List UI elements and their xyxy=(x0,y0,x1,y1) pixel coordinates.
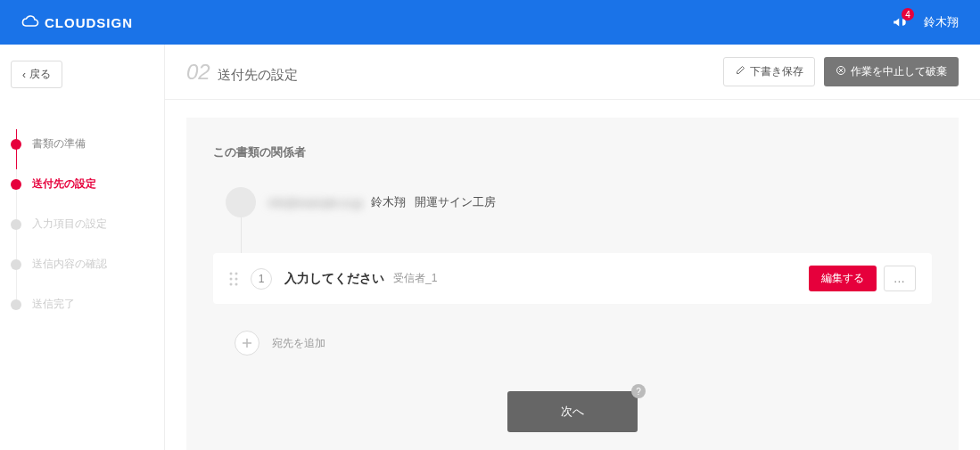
plus-icon[interactable] xyxy=(235,331,259,356)
recipient-actions: 編集する … xyxy=(809,266,916,291)
next-row: 次へ ? xyxy=(213,391,932,432)
content-body: この書類の関係者 info@example.co.jp 鈴木翔 開運サイン工房 … xyxy=(165,100,980,450)
step-2[interactable]: 送付先の設定 xyxy=(11,164,153,204)
header-actions: 下書き保存 作業を中止して破棄 xyxy=(723,57,959,86)
step-dot-icon xyxy=(11,179,21,190)
save-draft-label: 下書き保存 xyxy=(750,64,803,79)
step-list: 書類の準備 送付先の設定 入力項目の設定 送信内容の確認 送信完了 xyxy=(11,124,153,324)
content-header: 02 送付先の設定 下書き保存 作業を中止して破棄 xyxy=(165,45,980,100)
panel-title: この書類の関係者 xyxy=(213,144,932,160)
svg-point-6 xyxy=(235,282,238,285)
step-connector-done xyxy=(16,129,17,169)
svg-point-1 xyxy=(230,272,233,274)
header-right: 4 鈴木翔 xyxy=(892,14,959,30)
svg-point-4 xyxy=(235,277,238,280)
edit-icon xyxy=(735,65,745,78)
drag-handle-icon[interactable] xyxy=(229,272,238,286)
sender-name: 鈴木翔 xyxy=(371,194,406,210)
step-dot-icon xyxy=(11,259,21,270)
step-label: 送信完了 xyxy=(32,297,75,312)
recipient-role: 受信者_1 xyxy=(393,271,437,286)
next-button[interactable]: 次へ xyxy=(507,391,638,432)
step-4[interactable]: 送信内容の確認 xyxy=(11,244,153,284)
page-number: 02 xyxy=(186,60,210,85)
avatar-icon xyxy=(226,187,256,217)
sender-company: 開運サイン工房 xyxy=(415,194,496,210)
svg-point-2 xyxy=(235,272,238,274)
help-icon[interactable]: ? xyxy=(631,384,646,398)
back-label: 戻る xyxy=(29,67,51,82)
step-1[interactable]: 書類の準備 xyxy=(11,124,153,164)
save-draft-button[interactable]: 下書き保存 xyxy=(723,57,815,86)
step-label: 書類の準備 xyxy=(32,136,86,151)
step-dot-icon xyxy=(11,219,21,230)
page-title-text: 送付先の設定 xyxy=(218,67,298,84)
sender-row: info@example.co.jp 鈴木翔 開運サイン工房 xyxy=(213,187,932,235)
step-label: 入力項目の設定 xyxy=(32,217,107,232)
step-5[interactable]: 送信完了 xyxy=(11,284,153,324)
brand-logo[interactable]: CLOUDSIGN xyxy=(0,15,165,30)
app-header: CLOUDSIGN 4 鈴木翔 xyxy=(0,0,980,45)
chevron-left-icon: ‹ xyxy=(22,69,26,81)
add-recipient-row[interactable]: 宛先を追加 xyxy=(213,331,932,356)
recipient-number: 1 xyxy=(251,268,272,290)
step-label: 送信内容の確認 xyxy=(32,257,107,272)
cancel-icon xyxy=(836,65,846,78)
page-title: 02 送付先の設定 xyxy=(186,60,298,85)
recipient-text: 入力してください 受信者_1 xyxy=(284,271,796,287)
discard-button[interactable]: 作業を中止して破棄 xyxy=(824,57,959,86)
recipient-card: 1 入力してください 受信者_1 編集する … xyxy=(213,253,932,304)
step-dot-icon xyxy=(11,299,21,310)
sidebar: ‹ 戻る 書類の準備 送付先の設定 入力項目の設定 送信内容の確認 xyxy=(0,45,165,450)
recipient-placeholder: 入力してください xyxy=(284,271,384,287)
edit-recipient-button[interactable]: 編集する xyxy=(809,266,877,291)
step-label: 送付先の設定 xyxy=(32,176,96,192)
svg-point-3 xyxy=(230,277,233,280)
user-name[interactable]: 鈴木翔 xyxy=(924,14,959,30)
sender-email: info@example.co.jp xyxy=(268,196,362,209)
cloud-icon xyxy=(21,15,39,29)
content-area: 02 送付先の設定 下書き保存 作業を中止して破棄 xyxy=(165,45,980,450)
back-button[interactable]: ‹ 戻る xyxy=(11,61,62,88)
notification-badge: 4 xyxy=(902,8,914,20)
step-3[interactable]: 入力項目の設定 xyxy=(11,204,153,244)
recipients-panel: この書類の関係者 info@example.co.jp 鈴木翔 開運サイン工房 … xyxy=(186,118,959,450)
add-recipient-label: 宛先を追加 xyxy=(272,336,325,351)
recipient-more-button[interactable]: … xyxy=(884,266,916,291)
svg-point-5 xyxy=(230,282,233,285)
sender-info: info@example.co.jp 鈴木翔 開運サイン工房 xyxy=(268,194,496,210)
discard-label: 作業を中止して破棄 xyxy=(851,64,947,79)
notifications-button[interactable]: 4 xyxy=(892,14,908,30)
step-dot-icon xyxy=(11,139,21,150)
brand-text: CLOUDSIGN xyxy=(45,15,133,30)
